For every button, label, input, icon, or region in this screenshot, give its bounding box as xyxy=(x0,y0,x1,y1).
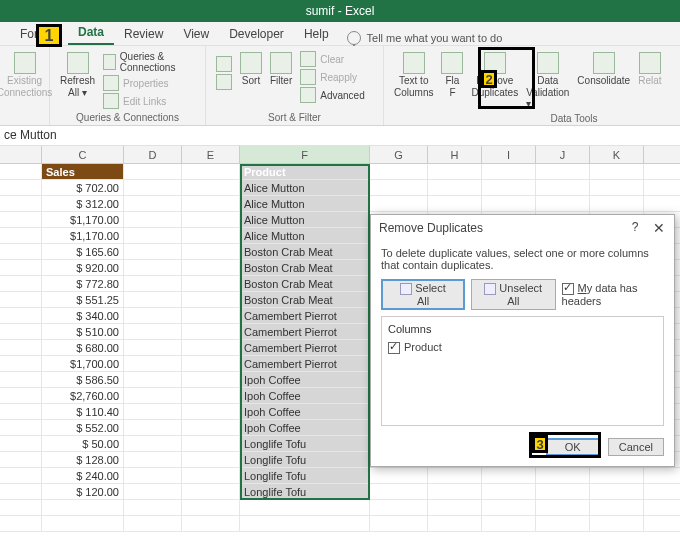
cell[interactable] xyxy=(124,468,182,483)
reapply-button[interactable]: Reapply xyxy=(300,68,364,86)
product-cell[interactable]: Longlife Tofu xyxy=(240,484,370,499)
sales-cell[interactable]: $ 586.50 xyxy=(42,372,124,387)
col-header-C[interactable]: C xyxy=(42,146,124,163)
cell[interactable] xyxy=(182,452,240,467)
cell[interactable] xyxy=(428,484,482,499)
sales-cell[interactable]: $1,700.00 xyxy=(42,356,124,371)
cell[interactable] xyxy=(370,164,428,179)
sales-cell[interactable]: $ 680.00 xyxy=(42,340,124,355)
product-cell[interactable]: Alice Mutton xyxy=(240,228,370,243)
product-cell[interactable]: Boston Crab Meat xyxy=(240,260,370,275)
product-cell[interactable]: Camembert Pierrot xyxy=(240,340,370,355)
col-header-F[interactable]: F xyxy=(240,146,370,163)
cell[interactable] xyxy=(182,228,240,243)
product-cell[interactable]: Longlife Tofu xyxy=(240,452,370,467)
relationships-button[interactable]: Relat xyxy=(634,50,665,111)
cell[interactable] xyxy=(182,420,240,435)
col-header-E[interactable]: E xyxy=(182,146,240,163)
cell[interactable] xyxy=(240,516,370,531)
cell[interactable] xyxy=(536,164,590,179)
col-header-G[interactable]: G xyxy=(370,146,428,163)
cell[interactable] xyxy=(536,500,590,515)
dialog-help-button[interactable]: ? xyxy=(628,220,642,236)
cell[interactable] xyxy=(124,164,182,179)
unselect-all-button[interactable]: Unselect All xyxy=(471,279,556,310)
sales-cell[interactable]: $ 50.00 xyxy=(42,436,124,451)
cell[interactable] xyxy=(182,308,240,323)
cell[interactable] xyxy=(590,180,644,195)
cell[interactable] xyxy=(124,388,182,403)
cell[interactable] xyxy=(182,196,240,211)
product-header[interactable]: Product xyxy=(240,164,370,179)
cell[interactable] xyxy=(370,500,428,515)
product-cell[interactable]: Boston Crab Meat xyxy=(240,276,370,291)
cell[interactable] xyxy=(428,180,482,195)
select-all-button[interactable]: Select All xyxy=(381,279,465,310)
cell[interactable] xyxy=(370,468,428,483)
cell[interactable] xyxy=(182,340,240,355)
cell[interactable] xyxy=(536,196,590,211)
sales-cell[interactable]: $ 510.00 xyxy=(42,324,124,339)
text-to-columns-button[interactable]: Text to Columns xyxy=(390,50,437,111)
col-header-K[interactable]: K xyxy=(590,146,644,163)
sales-cell[interactable]: $ 920.00 xyxy=(42,260,124,275)
sales-cell[interactable]: $ 340.00 xyxy=(42,308,124,323)
product-cell[interactable]: Ipoh Coffee xyxy=(240,404,370,419)
cell[interactable] xyxy=(42,500,124,515)
product-cell[interactable]: Alice Mutton xyxy=(240,196,370,211)
column-product-checkbox[interactable]: Product xyxy=(388,341,657,354)
refresh-all-button[interactable]: Refresh All ▾ xyxy=(56,50,99,110)
clear-button[interactable]: Clear xyxy=(300,50,364,68)
queries-connections-button[interactable]: Queries & Connections xyxy=(103,50,199,74)
cancel-button[interactable]: Cancel xyxy=(608,438,664,456)
sales-cell[interactable]: $2,760.00 xyxy=(42,388,124,403)
cell[interactable] xyxy=(182,324,240,339)
sales-cell[interactable]: $ 772.80 xyxy=(42,276,124,291)
product-cell[interactable]: Boston Crab Meat xyxy=(240,292,370,307)
tab-data[interactable]: Data xyxy=(68,21,114,45)
cell[interactable] xyxy=(182,244,240,259)
product-cell[interactable]: Ipoh Coffee xyxy=(240,372,370,387)
cell[interactable] xyxy=(370,516,428,531)
sales-cell[interactable]: $ 552.00 xyxy=(42,420,124,435)
product-cell[interactable]: Camembert Pierrot xyxy=(240,324,370,339)
cell[interactable] xyxy=(482,180,536,195)
cell[interactable] xyxy=(590,164,644,179)
flash-fill-button[interactable]: Fla F xyxy=(437,50,467,111)
cell[interactable] xyxy=(536,484,590,499)
cell[interactable] xyxy=(590,500,644,515)
cell[interactable] xyxy=(124,324,182,339)
cell[interactable] xyxy=(182,404,240,419)
sales-header[interactable]: Sales xyxy=(42,164,124,179)
existing-connections-button[interactable]: Existing Connections xyxy=(6,50,43,100)
sales-cell[interactable]: $ 702.00 xyxy=(42,180,124,195)
cell[interactable] xyxy=(124,228,182,243)
cell[interactable] xyxy=(182,356,240,371)
sort-button[interactable]: Sort xyxy=(236,50,266,88)
cell[interactable] xyxy=(124,516,182,531)
cell[interactable] xyxy=(124,420,182,435)
advanced-button[interactable]: Advanced xyxy=(300,86,364,104)
cell[interactable] xyxy=(536,516,590,531)
cell[interactable] xyxy=(482,484,536,499)
cell[interactable] xyxy=(240,500,370,515)
cell[interactable] xyxy=(536,468,590,483)
cell[interactable] xyxy=(124,308,182,323)
cell[interactable] xyxy=(590,468,644,483)
cell[interactable] xyxy=(428,196,482,211)
cell[interactable] xyxy=(428,500,482,515)
sort-az-button[interactable] xyxy=(212,50,236,92)
cell[interactable] xyxy=(590,516,644,531)
cell[interactable] xyxy=(370,484,428,499)
product-cell[interactable]: Camembert Pierrot xyxy=(240,356,370,371)
cell[interactable] xyxy=(428,516,482,531)
product-cell[interactable]: Alice Mutton xyxy=(240,212,370,227)
tab-developer[interactable]: Developer xyxy=(219,23,294,45)
cell[interactable] xyxy=(182,372,240,387)
sales-cell[interactable]: $ 128.00 xyxy=(42,452,124,467)
sales-cell[interactable]: $ 120.00 xyxy=(42,484,124,499)
col-header-H[interactable]: H xyxy=(428,146,482,163)
cell[interactable] xyxy=(124,180,182,195)
cell[interactable] xyxy=(182,164,240,179)
cell[interactable] xyxy=(124,436,182,451)
